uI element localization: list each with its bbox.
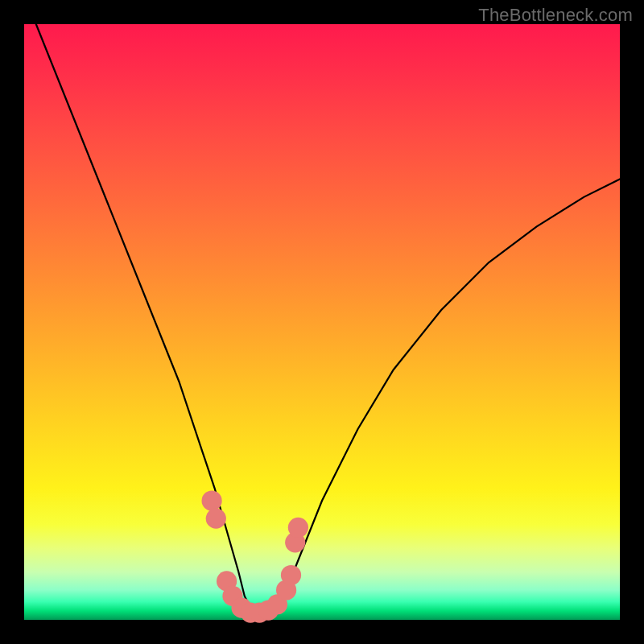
curve-marker xyxy=(281,565,301,585)
chart-svg xyxy=(24,24,620,620)
curve-markers xyxy=(202,490,309,622)
bottleneck-curve xyxy=(36,24,620,614)
curve-marker xyxy=(202,490,222,510)
watermark-text: TheBottleneck.com xyxy=(478,5,633,26)
curve-marker xyxy=(206,509,226,529)
curve-marker xyxy=(288,518,308,538)
chart-plot-area xyxy=(24,24,620,620)
chart-frame: TheBottleneck.com xyxy=(0,0,644,644)
